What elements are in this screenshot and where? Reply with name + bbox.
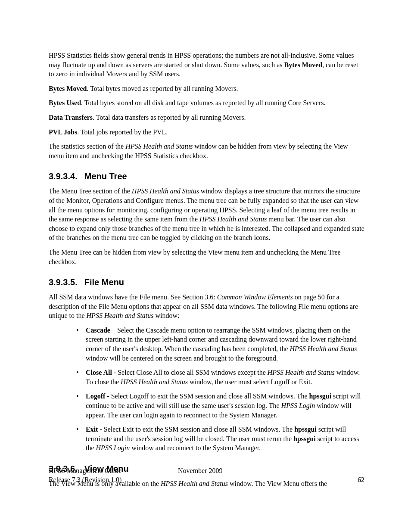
option-label: Logoff — [86, 392, 105, 400]
list-item-exit: Exit - Select Exit to exit the SSM sessi… — [76, 425, 364, 453]
text: - Select Exit to exit the SSM session an… — [98, 426, 294, 433]
option-label: Close All — [86, 369, 112, 376]
section-number: 3.9.3.4. — [49, 171, 78, 181]
text: - Select Logoff to exit the SSM session … — [105, 392, 309, 400]
italic-term: HPSS Health and Status — [87, 312, 154, 319]
italic-term: HPSS Login — [281, 402, 315, 409]
section-title: Menu Tree — [84, 171, 127, 181]
text: . Total bytes stored on all disk and tap… — [81, 99, 325, 106]
bold-term: hpssgui — [293, 435, 316, 442]
footer-date: November 2009 — [178, 466, 223, 476]
footer-page-number: 62 — [358, 475, 364, 485]
text: window: — [154, 312, 180, 319]
file-menu-intro: All SSM data windows have the File menu.… — [49, 292, 364, 320]
page-footer: HPSS Management Guide November 2009 Rele… — [49, 466, 364, 485]
document-page: HPSS Statistics fields show general tren… — [0, 0, 411, 532]
term-label: Bytes Used — [49, 99, 81, 106]
italic-term: Common Window Elements — [217, 293, 293, 301]
menu-tree-p2: The Menu Tree can be hidden from view by… — [49, 248, 364, 266]
term-label: Data Transfers — [49, 114, 93, 121]
data-transfers-def: Data Transfers. Total data transfers as … — [49, 113, 364, 122]
text: . Total bytes moved as reported by all r… — [87, 85, 238, 92]
text: . Total data transfers as reported by al… — [93, 114, 246, 121]
text: window will be centered on the screen an… — [86, 355, 278, 362]
term-label: Bytes Moved — [49, 85, 87, 92]
text: The Menu Tree section of the — [49, 187, 132, 195]
footer-release: Release 7.3 (Revision 1.0) — [49, 475, 121, 485]
italic-term: HPSS Health and Status — [290, 345, 357, 352]
stats-hide-paragraph: The statistics section of the HPSS Healt… — [49, 142, 364, 160]
option-label: Exit — [86, 426, 98, 433]
footer-guide: HPSS Management Guide — [49, 466, 178, 476]
list-item-cascade: Cascade – Select the Cascade menu option… — [76, 326, 364, 363]
italic-term: HPSS Health and Status — [199, 215, 267, 223]
heading-menu-tree: 3.9.3.4.Menu Tree — [49, 171, 364, 182]
text: All SSM data windows have the File menu.… — [49, 293, 217, 301]
list-item-close-all: Close All - Select Close All to close al… — [76, 368, 364, 386]
intro-paragraph: HPSS Statistics fields show general tren… — [49, 51, 364, 79]
italic-term: HPSS Health and Status — [268, 369, 335, 376]
italic-term: HPSS Health and Status — [125, 143, 193, 150]
bytes-moved-def: Bytes Moved. Total bytes moved as report… — [49, 84, 364, 93]
heading-file-menu: 3.9.3.5.File Menu — [49, 277, 364, 288]
bold-term: hpssgui — [294, 426, 317, 433]
text: The statistics section of the — [49, 143, 125, 150]
menu-tree-p1: The Menu Tree section of the HPSS Health… — [49, 187, 364, 243]
text: - Select Close All to close all SSM wind… — [112, 369, 268, 376]
text: window, the user must select Logoff or E… — [188, 378, 312, 386]
italic-term: HPSS Login — [96, 444, 130, 451]
bold-term: Bytes Moved — [284, 61, 322, 68]
list-item-logoff: Logoff - Select Logoff to exit the SSM s… — [76, 392, 364, 420]
section-title: File Menu — [84, 277, 124, 287]
text: window and reconnect to the System Manag… — [130, 444, 261, 451]
file-menu-list: Cascade – Select the Cascade menu option… — [49, 326, 364, 453]
pvl-jobs-def: PVL Jobs. Total jobs reported by the PVL… — [49, 128, 364, 137]
bytes-used-def: Bytes Used. Total bytes stored on all di… — [49, 98, 364, 108]
option-label: Cascade — [86, 327, 110, 334]
text: . Total jobs reported by the PVL. — [77, 128, 168, 136]
term-label: PVL Jobs — [49, 128, 77, 136]
italic-term: HPSS Health and Status — [121, 378, 188, 386]
section-number: 3.9.3.5. — [49, 277, 78, 287]
italic-term: HPSS Health and Status — [132, 187, 199, 195]
bold-term: hpssgui — [309, 392, 331, 400]
